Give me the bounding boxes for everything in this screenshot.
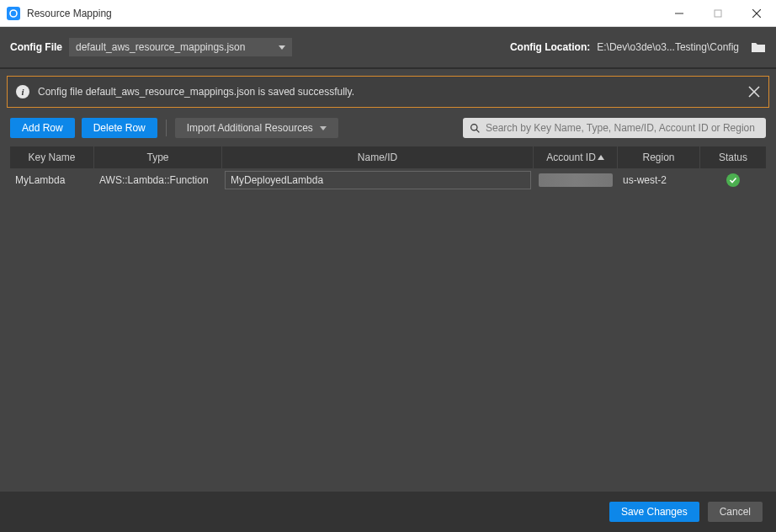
column-account-id-label: Account ID xyxy=(546,152,596,163)
cell-status xyxy=(700,168,766,192)
column-name-id[interactable]: Name/ID xyxy=(222,146,534,168)
column-account-id[interactable]: Account ID xyxy=(534,146,618,168)
config-file-value: default_aws_resource_mappings.json xyxy=(76,41,245,53)
app-body: Config File default_aws_resource_mapping… xyxy=(0,27,776,532)
table-body: MyLambda AWS::Lambda::Function us-west-2 xyxy=(10,168,766,481)
maximize-button[interactable] xyxy=(699,0,737,27)
resource-table: Key Name Type Name/ID Account ID Region … xyxy=(10,146,766,481)
info-icon: i xyxy=(16,85,29,98)
column-type[interactable]: Type xyxy=(94,146,222,168)
notification-text: Config file default_aws_resource_mapping… xyxy=(38,86,740,98)
import-resources-button[interactable]: Import Additional Resources xyxy=(175,118,338,138)
cell-region[interactable]: us-west-2 xyxy=(618,168,700,192)
minimize-button[interactable] xyxy=(660,0,699,27)
status-ok-icon xyxy=(726,173,740,187)
chevron-down-icon xyxy=(279,45,285,50)
redacted-account-id xyxy=(539,173,613,187)
config-bar: Config File default_aws_resource_mapping… xyxy=(0,27,776,67)
delete-row-button[interactable]: Delete Row xyxy=(82,118,157,138)
svg-rect-2 xyxy=(715,10,721,17)
config-file-select[interactable]: default_aws_resource_mappings.json xyxy=(69,38,292,56)
app-icon xyxy=(7,7,20,20)
import-resources-label: Import Additional Resources xyxy=(187,122,313,134)
config-location-value: E:\Dev\o3de\o3...Testing\Config xyxy=(597,41,739,53)
config-file-label: Config File xyxy=(10,41,62,53)
save-changes-button[interactable]: Save Changes xyxy=(609,502,699,522)
name-id-input[interactable] xyxy=(225,171,531,189)
column-region[interactable]: Region xyxy=(618,146,700,168)
window-controls xyxy=(660,0,776,27)
chevron-down-icon xyxy=(320,126,327,130)
svg-line-8 xyxy=(476,130,479,132)
search-input[interactable] xyxy=(486,122,759,134)
app-window: Resource Mapping Config File default_aws… xyxy=(0,0,776,532)
titlebar: Resource Mapping xyxy=(0,0,776,27)
cell-name-id xyxy=(222,168,534,192)
close-notification-button[interactable] xyxy=(748,86,760,98)
search-box[interactable] xyxy=(463,118,766,138)
config-location-label: Config Location: xyxy=(510,41,590,53)
svg-point-0 xyxy=(10,10,17,17)
column-key-name[interactable]: Key Name xyxy=(10,146,94,168)
column-status[interactable]: Status xyxy=(700,146,766,168)
add-row-button[interactable]: Add Row xyxy=(10,118,75,138)
cell-account-id[interactable] xyxy=(534,168,618,192)
svg-point-7 xyxy=(471,124,477,130)
cell-type[interactable]: AWS::Lambda::Function xyxy=(94,168,222,192)
sort-ascending-icon xyxy=(598,155,604,160)
table-header: Key Name Type Name/ID Account ID Region … xyxy=(10,146,766,168)
folder-icon[interactable] xyxy=(751,41,766,53)
divider xyxy=(166,120,167,136)
resource-table-wrap: Key Name Type Name/ID Account ID Region … xyxy=(0,146,776,492)
window-title: Resource Mapping xyxy=(27,8,112,19)
search-icon xyxy=(470,123,481,134)
cancel-button[interactable]: Cancel xyxy=(708,502,763,522)
action-toolbar: Add Row Delete Row Import Additional Res… xyxy=(0,108,776,146)
cell-key-name[interactable]: MyLambda xyxy=(10,168,94,192)
table-row[interactable]: MyLambda AWS::Lambda::Function us-west-2 xyxy=(10,168,766,192)
close-window-button[interactable] xyxy=(737,0,776,27)
notification-banner: i Config file default_aws_resource_mappi… xyxy=(7,76,769,108)
footer-bar: Save Changes Cancel xyxy=(0,492,776,532)
